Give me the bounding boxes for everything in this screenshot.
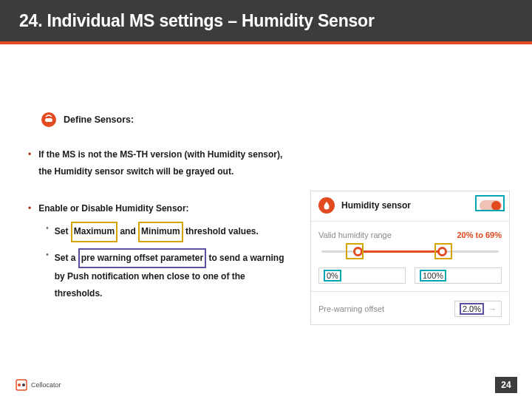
page-number: 24: [495, 377, 517, 393]
knob-highlight-min: [346, 243, 364, 259]
min-value: 0%: [324, 270, 341, 282]
bullet-dot-icon: •: [28, 202, 31, 303]
max-field[interactable]: 100%: [415, 267, 502, 284]
slide-title: 24. Individual MS settings – Humidity Se…: [19, 11, 375, 31]
range-value: 20% to 69%: [457, 231, 502, 239]
valid-range-row: Valid humidity range 20% to 69%: [311, 228, 509, 242]
humidity-drop-icon: [318, 197, 335, 214]
offset-field[interactable]: 2.0% →: [454, 301, 502, 317]
svg-point-3: [18, 383, 21, 386]
toggle-highlight: [475, 195, 505, 211]
sub-bullet-1-text: Set Maximum and Minimum threshold values…: [55, 222, 259, 242]
range-label: Valid humidity range: [318, 231, 392, 239]
sensor-badge-icon: [41, 112, 56, 127]
title-band: 24. Individual MS settings – Humidity Se…: [0, 0, 532, 41]
divider: [311, 291, 509, 292]
bullet-1-text: If the MS is not the MS-TH version (with…: [38, 146, 290, 181]
range-fields: 0% 100%: [311, 267, 509, 291]
sub-bullet-2: • Set a pre warning offset parameter to …: [46, 248, 290, 303]
card-title: Humidity sensor: [341, 200, 411, 211]
svg-point-4: [22, 383, 25, 386]
bullet-1: • If the MS is not the MS-TH version (wi…: [28, 146, 290, 181]
svg-rect-1: [45, 118, 52, 122]
brand-logo: Cellocator: [15, 378, 61, 392]
highlight-max: Maximum: [71, 222, 117, 242]
define-label: Define Sensors:: [64, 115, 134, 125]
bullet-2-text: Enable or Disable Humidity Sensor:: [38, 203, 188, 214]
sub-bullet-list: • Set Maximum and Minimum threshold valu…: [46, 222, 290, 303]
footer: Cellocator 24: [0, 371, 532, 399]
highlight-offset: pre warning offset parameter: [78, 248, 206, 268]
slider-fill: [359, 250, 443, 253]
offset-value: 2.0%: [460, 303, 484, 315]
max-value: 100%: [420, 270, 446, 282]
range-slider[interactable]: [318, 244, 502, 260]
sub-bullet-1: • Set Maximum and Minimum threshold valu…: [46, 222, 290, 242]
knob-highlight-max: [434, 243, 452, 259]
min-field[interactable]: 0%: [318, 267, 406, 284]
bullet-list: • If the MS is not the MS-TH version (wi…: [28, 146, 290, 303]
bullet-dot-icon: •: [28, 148, 31, 181]
brand-name: Cellocator: [31, 381, 61, 389]
card-header: Humidity sensor: [311, 191, 509, 221]
humidity-sensor-card: Humidity sensor Valid humidity range 20%…: [310, 191, 510, 325]
bullet-2: • Enable or Disable Humidity Sensor: • S…: [28, 200, 290, 303]
offset-label: Pre-warning offset: [318, 304, 384, 313]
define-sensors-heading: Define Sensors:: [41, 112, 513, 127]
offset-row: Pre-warning offset 2.0% →: [311, 298, 509, 324]
sub-dot-icon: •: [46, 250, 49, 303]
arrow-right-icon: →: [488, 304, 497, 313]
sub-dot-icon: •: [46, 224, 49, 242]
divider: [311, 221, 509, 222]
sub-bullet-2-text: Set a pre warning offset parameter to se…: [55, 248, 290, 303]
highlight-min: Minimum: [138, 222, 183, 242]
